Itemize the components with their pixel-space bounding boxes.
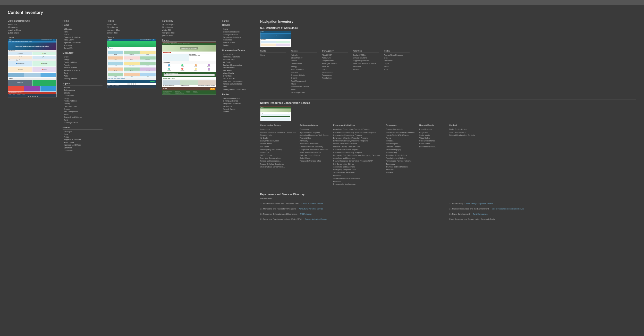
nav-nrcs-col-conservation: Conservation Basics Landscapes Farmers, … bbox=[260, 124, 295, 186]
nrcs-footer-col-3: Resources Publications bbox=[186, 91, 190, 94]
mini-topics-dots bbox=[107, 83, 156, 85]
col2-meganav-header: Mega Nav bbox=[63, 52, 103, 55]
nav-priority-justice: Justice bbox=[353, 68, 379, 71]
nav-inventory-title: Navigation Inventory bbox=[260, 20, 636, 23]
trending-text-3: Farmer Spotlights: Soil and Water Conser… bbox=[198, 85, 216, 87]
col3-meta-cols: 12 columns bbox=[107, 26, 157, 28]
mini-topics-grid2: Oilseeds Organic Pest Mgmt Plants bbox=[107, 67, 156, 78]
sub-news: News bbox=[111, 78, 113, 79]
topic-label-biodiv: Biodiversity bbox=[130, 54, 133, 55]
sub-initiatives: Initiatives bbox=[117, 78, 121, 79]
nrcs-mini-page: Natural Resources Conservation Service C… bbox=[162, 41, 216, 95]
nav-contact-state: State Office Contacts bbox=[449, 131, 475, 134]
col5-conservation-title: Conservation Basics bbox=[222, 49, 256, 52]
nav-res-forms: Forms bbox=[386, 137, 415, 139]
col1-meta-margins: margins: 30px bbox=[8, 29, 58, 31]
mini-topics-logo: USDA bbox=[108, 39, 112, 41]
mini-featured-title: Featured bbox=[8, 78, 56, 80]
topic-label-plants: Plants bbox=[114, 76, 116, 77]
nav-topics-food: Food & Nutrition bbox=[291, 68, 317, 71]
col4-meta-margins: margins: 30px bbox=[162, 32, 217, 34]
icon-climate: Climate bbox=[176, 64, 189, 68]
nav-nrcs-label: Natural Resources Conservation Service bbox=[260, 102, 636, 104]
topic-label-forest: Forestry bbox=[146, 65, 149, 66]
col4-meta-gutter: gutter: 20px bbox=[162, 35, 217, 37]
nav-res-data: Data and Research bbox=[386, 145, 415, 148]
nav-topics-climate: Climate bbox=[291, 59, 317, 62]
nav-usda-columns: Guide Home Topics Animals Biotechnology … bbox=[260, 50, 636, 94]
mini-signup-bar: Sign Up for E-News Subscribe bbox=[107, 80, 156, 83]
mini-priority-4: 🔬 Research bbox=[32, 56, 56, 59]
nav-priority-innovation: Innovation bbox=[353, 65, 379, 68]
nav-prog-ag-ease: Agricultural and Easements bbox=[333, 157, 382, 159]
design-circle bbox=[195, 64, 197, 66]
col2-header: Home bbox=[63, 20, 103, 22]
nav-section-nrcs: Natural Resources Conservation Service N… bbox=[260, 102, 636, 186]
nav-news-video: Video Gallery bbox=[419, 137, 445, 139]
nav-topics-research: Research and Science bbox=[291, 85, 317, 88]
mini-topic-water: Water bbox=[140, 72, 156, 78]
col2-home-header: Home bbox=[63, 24, 103, 27]
dept-subtitle: Departments bbox=[260, 197, 636, 200]
nav-topics-rural: Rural bbox=[291, 88, 317, 91]
nav-usda-mini-hero: Resources New Investments bbox=[260, 34, 291, 39]
nav-prog-erwe: Emergency Relief Wetland Reserve Emergen… bbox=[333, 154, 382, 157]
col-topics: Topics width: 768 12 columns margins: 30… bbox=[107, 20, 157, 88]
sub-topics: Topics bbox=[108, 78, 111, 79]
nav-media-stats: Stats bbox=[384, 68, 410, 71]
nav-guide-home: Home bbox=[260, 54, 286, 56]
tdot-4 bbox=[133, 83, 134, 85]
nav-priority-equity: Equity at USDA bbox=[353, 54, 379, 56]
col2-meganav-item-2: Food & Nutrition bbox=[63, 61, 103, 64]
nav-asst-econ: Agricultural Economics Tech Support bbox=[300, 134, 329, 137]
nav-con-landscapes: Landscapes bbox=[260, 128, 295, 131]
nav-asst-engineering: Engineering bbox=[300, 128, 329, 131]
mini-featured-5 bbox=[40, 86, 56, 91]
mini-topic-energy: Energy bbox=[124, 56, 139, 61]
mini-topic-pest: Pest Mgmt bbox=[140, 67, 156, 72]
mini-priorities-grid2: 🏘 Rural Dev 🔬 Research bbox=[8, 55, 56, 59]
nav-news: News bbox=[188, 44, 190, 45]
mini-icon-grid: Equity Climate Design Partners bbox=[162, 64, 216, 72]
nav-res-aerial: Aerial Photography bbox=[386, 148, 415, 151]
nav-media-news: Agency News Releases bbox=[384, 54, 410, 56]
soil-label: Soil Health bbox=[167, 70, 171, 71]
dept-grid: 21 Food and Nutrition and Consumer Serv.… bbox=[260, 202, 636, 221]
mini-service-search[interactable]: Enter zip code or city... bbox=[164, 74, 215, 76]
topic-label-oilseed: Oilseeds bbox=[114, 71, 117, 72]
nav-con-other: Other Topic bbox=[260, 151, 295, 154]
topic-label-climate: Climate bbox=[146, 54, 149, 55]
mini-news-img bbox=[163, 54, 189, 61]
mini-img-strip bbox=[8, 72, 56, 78]
nav-con-from: From Your Conservation... bbox=[260, 157, 295, 159]
nav-resources: Resources bbox=[183, 44, 187, 45]
mini-topic-biodiv: Biodiversity bbox=[124, 51, 139, 56]
icon-equity: Equity bbox=[163, 64, 176, 68]
nrcs-footer-col-1: Practices and Documents Practice Standar… bbox=[163, 91, 172, 94]
mini-trending-header: Trending News & Events bbox=[162, 77, 216, 80]
topics-footer-links: Home Topics Programs bbox=[108, 85, 155, 86]
nrcs-footer-col-4: Subscribe Email Updates bbox=[193, 91, 198, 94]
col1-header: Current Desktop Grid bbox=[8, 20, 58, 22]
nav-prog-ewp: Emergency Watershed Protection Programs bbox=[333, 137, 382, 139]
icon-partners: Partners bbox=[202, 64, 215, 68]
dept-item-food-nutrition: 21 Food and Nutrition and Consumer Serv.… bbox=[260, 202, 447, 205]
dot-4 bbox=[32, 96, 33, 97]
dept-services-section: Departments and Services Directory Depar… bbox=[260, 193, 636, 221]
col5-footer-group: Footer Conservation Basics Getting Assis… bbox=[222, 93, 256, 113]
nav-resources-header: Resources bbox=[386, 124, 415, 127]
ask-usda-btn: Ask Now bbox=[210, 88, 215, 90]
mini-trending-row: Little Mill Allen Creek Restoration... U… bbox=[162, 80, 216, 87]
nav-nrcs-mini: NRCS Length Width bbox=[260, 106, 291, 122]
nav-prog-crp: Conservation Reserve Program bbox=[333, 148, 382, 151]
nav-topics-oilseed: Oilseeds & Grain bbox=[291, 74, 317, 77]
mini-topic-crops: Crops bbox=[108, 56, 123, 61]
signup-btn: Subscribe bbox=[150, 81, 155, 82]
col2-meganav-item-3: Forestry bbox=[63, 64, 103, 67]
dept-services-title: Departments and Services Directory bbox=[260, 193, 636, 196]
col2-topics-header: Topics bbox=[63, 82, 103, 86]
dept-item-fsis: 21 Food Safety → Food Safety & Inspectio… bbox=[449, 202, 636, 205]
col2-meganav-item-7: Water bbox=[63, 75, 103, 78]
mini-service-finder: Find Your Local Service Center Enter zip… bbox=[162, 72, 216, 77]
col4-meta-width: width: 768 bbox=[162, 29, 217, 31]
